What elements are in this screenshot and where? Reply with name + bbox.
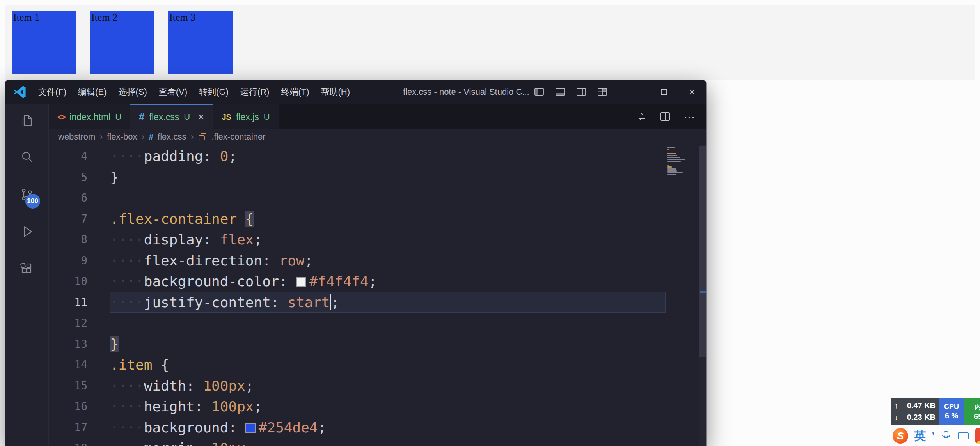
close-button[interactable] — [678, 80, 706, 104]
sogou-logo-icon[interactable]: S — [893, 428, 908, 444]
tab-flex-css[interactable]: # flex.css U × — [130, 104, 213, 129]
code-line-13[interactable]: 13} — [49, 334, 666, 355]
titlebar-right — [534, 80, 706, 104]
microphone-icon[interactable] — [941, 430, 952, 441]
network-speeds: ↑ 0.47 KB ↓ 0.23 KB — [891, 398, 939, 425]
scm-badge: 100 — [25, 194, 40, 209]
menu-help[interactable]: 帮助(H) — [315, 80, 356, 104]
code-token: ···· — [110, 440, 144, 446]
line-number: 17 — [49, 417, 110, 438]
code-token: ···· — [110, 253, 144, 269]
breadcrumb-symbol[interactable]: .flex-container — [211, 132, 265, 142]
window-title: flex.css - note - Visual Studio C... — [403, 80, 529, 104]
chevron-right-icon: › — [99, 131, 103, 142]
code-token: #f4f4f4 — [309, 273, 369, 289]
punctuation-mode-icon[interactable]: ’ — [932, 432, 935, 440]
cpu-label: CPU — [944, 403, 959, 411]
code-line-15[interactable]: 15····width: 100px; — [49, 375, 666, 396]
code-token: flex-direction — [144, 253, 262, 269]
open-changes-icon[interactable] — [635, 111, 647, 122]
upload-speed: 0.47 KB — [907, 400, 936, 411]
line-number: 4 — [49, 146, 110, 167]
maximize-button[interactable] — [650, 80, 678, 104]
breadcrumb-folder[interactable]: webstrom — [58, 132, 95, 142]
code-token: .item — [110, 357, 152, 373]
tab-label: flex.css — [149, 112, 179, 122]
menu-bar: 文件(F) 编辑(E) 选择(S) 查看(V) 转到(G) 运行(R) 终端(T… — [32, 80, 356, 104]
tab-label: index.html — [69, 112, 110, 122]
code-line-16[interactable]: 16····height: 100px; — [49, 396, 666, 417]
extensions-button[interactable] — [16, 258, 38, 280]
ime-status-bar[interactable]: S 英 ’ — [893, 427, 980, 445]
run-debug-button[interactable] — [16, 221, 38, 242]
editor-scrollbar[interactable] — [699, 145, 706, 446]
code-line-5[interactable]: 5} — [49, 167, 666, 188]
line-number: 9 — [49, 250, 110, 271]
code-line-7[interactable]: 7.flex-container { — [49, 209, 666, 230]
menu-select[interactable]: 选择(S) — [112, 80, 153, 104]
minimap-line — [667, 174, 676, 175]
code-token: : — [186, 378, 203, 394]
memory-usage-cell: 内 65 — [964, 398, 980, 425]
line-number: 6 — [49, 188, 110, 209]
code-token: ; — [318, 419, 327, 435]
source-control-button[interactable]: 100 — [16, 184, 38, 205]
code-line-6[interactable]: 6 — [49, 188, 666, 209]
code-line-9[interactable]: 9····flex-direction: row; — [49, 250, 666, 271]
line-number: 10 — [49, 271, 110, 292]
more-actions-icon[interactable]: ⋯ — [684, 110, 696, 124]
code-token: : — [195, 398, 211, 414]
minimize-button[interactable] — [622, 80, 650, 104]
menu-view[interactable]: 查看(V) — [153, 80, 193, 104]
css-file-icon: # — [139, 111, 144, 123]
code-token: ; — [254, 398, 262, 414]
flex-item-label: Item 2 — [91, 12, 117, 23]
line-number: 12 — [49, 313, 110, 334]
tab-flex-js[interactable]: JS flex.js U — [213, 104, 279, 129]
code-line-8[interactable]: 8····display: flex; — [49, 229, 666, 250]
code-line-10[interactable]: 10····background-color: #f4f4f4; — [49, 271, 666, 292]
titlebar[interactable]: 文件(F) 编辑(E) 选择(S) 查看(V) 转到(G) 运行(R) 终端(T… — [5, 80, 706, 104]
traffic-monitor[interactable]: ↑ 0.47 KB ↓ 0.23 KB CPU 6 % 内 65 — [891, 398, 980, 425]
menu-goto[interactable]: 转到(G) — [193, 80, 234, 104]
toggle-panel-icon[interactable] — [555, 87, 566, 97]
code-line-18[interactable]: 18····margin: 10px; — [49, 438, 666, 446]
toggle-secondary-sidebar-icon[interactable] — [576, 87, 587, 97]
code-line-14[interactable]: 14.item { — [49, 354, 666, 375]
code-editor[interactable]: 4····padding: 0;5}67.flex-container {8··… — [49, 145, 706, 446]
code-token: } — [110, 169, 119, 185]
code-token: : — [279, 273, 296, 289]
minimap-line — [667, 159, 685, 160]
ime-skin-icon[interactable] — [975, 428, 980, 444]
minimap-line — [667, 166, 672, 168]
code-line-11[interactable]: 11····justify-content: start; — [49, 292, 666, 313]
minimap-line — [667, 155, 677, 156]
menu-terminal[interactable]: 终端(T) — [275, 80, 315, 104]
code-line-17[interactable]: 17····background: #254de4; — [49, 417, 666, 438]
menu-run[interactable]: 运行(R) — [234, 80, 275, 104]
download-speed: 0.23 KB — [907, 412, 936, 423]
toggle-sidebar-icon[interactable] — [534, 87, 545, 97]
code-line-4[interactable]: 4····padding: 0; — [49, 146, 666, 167]
js-file-icon: JS — [222, 113, 231, 122]
breadcrumb-folder[interactable]: flex-box — [107, 132, 137, 142]
customize-layout-icon[interactable] — [597, 87, 608, 97]
flex-preview-container: Item 1 Item 2 Item 3 — [5, 5, 975, 80]
code-token: : — [203, 232, 220, 248]
code-token — [152, 357, 161, 373]
tab-close-icon[interactable]: × — [198, 112, 204, 122]
code-line-12[interactable]: 12 — [49, 313, 666, 334]
split-editor-icon[interactable] — [659, 111, 671, 122]
search-button[interactable] — [16, 147, 38, 168]
menu-edit[interactable]: 编辑(E) — [72, 80, 112, 104]
ime-language-mode[interactable]: 英 — [914, 428, 926, 444]
breadcrumb-file[interactable]: flex.css — [158, 132, 186, 142]
minimap[interactable] — [667, 147, 689, 176]
scrollbar-thumb[interactable] — [699, 146, 706, 357]
keyboard-icon[interactable] — [957, 430, 969, 442]
explorer-button[interactable] — [16, 110, 38, 131]
line-number: 7 — [49, 209, 110, 230]
tab-index-html[interactable]: <> index.html U — [49, 104, 130, 129]
menu-file[interactable]: 文件(F) — [32, 80, 72, 104]
code-token: ···· — [110, 378, 144, 394]
